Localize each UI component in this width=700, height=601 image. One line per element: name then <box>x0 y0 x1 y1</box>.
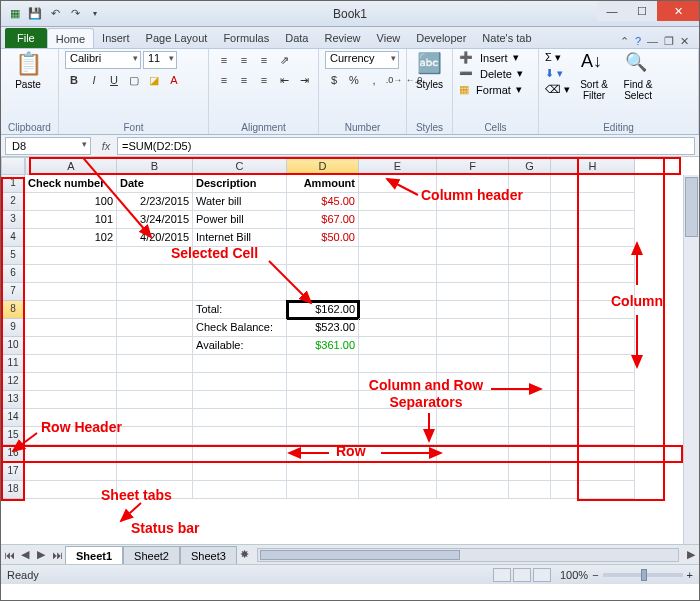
cell-grid[interactable]: Check numberDateDescriptionAmmount1002/2… <box>25 175 635 499</box>
horizontal-scrollbar[interactable] <box>257 548 679 562</box>
cell-A15[interactable] <box>25 427 117 445</box>
cell-D7[interactable] <box>287 283 359 301</box>
sort-filter-button[interactable]: A↓ Sort & Filter <box>574 51 614 101</box>
cell-B12[interactable] <box>117 373 193 391</box>
cell-D16[interactable] <box>287 445 359 463</box>
cell-H13[interactable] <box>551 391 635 409</box>
tab-page-layout[interactable]: Page Layout <box>138 28 216 48</box>
cell-H4[interactable] <box>551 229 635 247</box>
view-layout-button[interactable] <box>513 568 531 582</box>
cell-B15[interactable] <box>117 427 193 445</box>
cell-C14[interactable] <box>193 409 287 427</box>
cell-H16[interactable] <box>551 445 635 463</box>
doc-close-icon[interactable]: ✕ <box>680 35 689 48</box>
tab-home[interactable]: Home <box>47 28 94 48</box>
cell-F1[interactable] <box>437 175 509 193</box>
fill-button[interactable]: ⬇ ▾ <box>545 67 570 80</box>
cell-E13[interactable] <box>359 391 437 409</box>
zoom-level[interactable]: 100% <box>560 569 588 581</box>
cell-G18[interactable] <box>509 481 551 499</box>
column-header-F[interactable]: F <box>437 157 509 175</box>
cell-D18[interactable] <box>287 481 359 499</box>
underline-button[interactable]: U <box>105 71 123 89</box>
cell-D11[interactable] <box>287 355 359 373</box>
view-pagebreak-button[interactable] <box>533 568 551 582</box>
cell-C1[interactable]: Description <box>193 175 287 193</box>
view-normal-button[interactable] <box>493 568 511 582</box>
cell-H8[interactable] <box>551 301 635 319</box>
tab-file[interactable]: File <box>5 28 47 48</box>
column-headers[interactable]: ABCDEFGH <box>25 157 699 175</box>
cell-F15[interactable] <box>437 427 509 445</box>
cell-H9[interactable] <box>551 319 635 337</box>
cell-D2[interactable]: $45.00 <box>287 193 359 211</box>
cell-G4[interactable] <box>509 229 551 247</box>
cell-C6[interactable] <box>193 265 287 283</box>
cell-H5[interactable] <box>551 247 635 265</box>
tab-nav-prev[interactable]: ◀ <box>17 548 33 561</box>
help-icon[interactable]: ? <box>635 35 641 48</box>
orientation-button[interactable]: ⇗ <box>275 51 293 69</box>
cell-B9[interactable] <box>117 319 193 337</box>
cell-D6[interactable] <box>287 265 359 283</box>
cell-C7[interactable] <box>193 283 287 301</box>
row-header-2[interactable]: 2 <box>1 193 25 211</box>
row-header-8[interactable]: 8 <box>1 301 25 319</box>
cell-F10[interactable] <box>437 337 509 355</box>
cell-B8[interactable] <box>117 301 193 319</box>
align-center-button[interactable]: ≡ <box>235 71 253 89</box>
cell-F5[interactable] <box>437 247 509 265</box>
cell-B7[interactable] <box>117 283 193 301</box>
cell-H12[interactable] <box>551 373 635 391</box>
cell-A2[interactable]: 100 <box>25 193 117 211</box>
cells-format-button[interactable]: ▦ Format ▾ <box>459 83 523 96</box>
cell-H15[interactable] <box>551 427 635 445</box>
cell-B16[interactable] <box>117 445 193 463</box>
cell-A13[interactable] <box>25 391 117 409</box>
cell-E5[interactable] <box>359 247 437 265</box>
cell-D9[interactable]: $523.00 <box>287 319 359 337</box>
cell-C4[interactable]: Internet Bill <box>193 229 287 247</box>
cell-C10[interactable]: Available: <box>193 337 287 355</box>
row-header-1[interactable]: 1 <box>1 175 25 193</box>
cell-A9[interactable] <box>25 319 117 337</box>
cell-A5[interactable] <box>25 247 117 265</box>
row-header-7[interactable]: 7 <box>1 283 25 301</box>
row-header-16[interactable]: 16 <box>1 445 25 463</box>
formula-input[interactable]: =SUM(D2:D5) <box>117 137 695 155</box>
cell-B6[interactable] <box>117 265 193 283</box>
cell-A10[interactable] <box>25 337 117 355</box>
cell-E3[interactable] <box>359 211 437 229</box>
cell-E1[interactable] <box>359 175 437 193</box>
tab-insert[interactable]: Insert <box>94 28 138 48</box>
cells-delete-button[interactable]: ➖ Delete ▾ <box>459 67 523 80</box>
bold-button[interactable]: B <box>65 71 83 89</box>
cell-G17[interactable] <box>509 463 551 481</box>
undo-icon[interactable]: ↶ <box>47 6 63 22</box>
cell-G9[interactable] <box>509 319 551 337</box>
tab-developer[interactable]: Developer <box>408 28 474 48</box>
row-header-15[interactable]: 15 <box>1 427 25 445</box>
row-header-13[interactable]: 13 <box>1 391 25 409</box>
name-box[interactable]: D8 <box>5 137 91 155</box>
cell-H3[interactable] <box>551 211 635 229</box>
select-all-corner[interactable] <box>1 157 25 175</box>
cell-A6[interactable] <box>25 265 117 283</box>
zoom-in-button[interactable]: + <box>687 569 693 581</box>
cell-F2[interactable] <box>437 193 509 211</box>
cell-E12[interactable] <box>359 373 437 391</box>
indent-dec-button[interactable]: ⇤ <box>275 71 293 89</box>
doc-minimize-icon[interactable]: — <box>647 35 658 48</box>
cell-F16[interactable] <box>437 445 509 463</box>
cell-F9[interactable] <box>437 319 509 337</box>
column-header-G[interactable]: G <box>509 157 551 175</box>
cell-A16[interactable] <box>25 445 117 463</box>
autosum-button[interactable]: Σ ▾ <box>545 51 570 64</box>
row-header-10[interactable]: 10 <box>1 337 25 355</box>
cell-B14[interactable] <box>117 409 193 427</box>
cell-E15[interactable] <box>359 427 437 445</box>
currency-button[interactable]: $ <box>325 71 343 89</box>
row-header-11[interactable]: 11 <box>1 355 25 373</box>
cell-B5[interactable] <box>117 247 193 265</box>
row-header-12[interactable]: 12 <box>1 373 25 391</box>
